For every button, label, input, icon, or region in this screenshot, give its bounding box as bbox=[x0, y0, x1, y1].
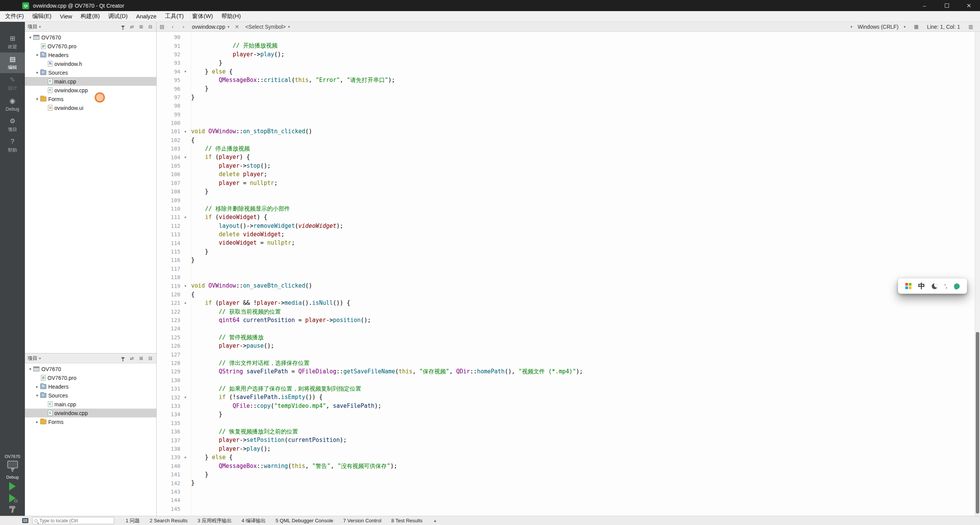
menu-item[interactable]: View bbox=[56, 11, 76, 21]
toggle-right-sidebar-icon[interactable]: ▥ bbox=[965, 24, 976, 29]
output-pane-expand-button[interactable]: ▴ bbox=[431, 518, 439, 523]
output-pane-button[interactable]: 3 应用程序输出 bbox=[195, 517, 235, 524]
output-pane-button[interactable]: 4 编译输出 bbox=[239, 517, 269, 524]
code-line[interactable]: player->pause(); bbox=[191, 342, 975, 350]
menu-item[interactable]: 工具(T) bbox=[161, 11, 188, 21]
menu-item[interactable]: Analyze bbox=[132, 11, 160, 21]
tree-item[interactable]: ▾Sources bbox=[25, 68, 156, 77]
close-document-icon[interactable]: ✕ bbox=[232, 24, 242, 30]
ime-skin-icon[interactable] bbox=[953, 282, 960, 289]
minimize-icon[interactable]: – bbox=[913, 0, 936, 11]
document-menu-icon[interactable]: ▤ bbox=[157, 22, 167, 31]
ime-punctuation-icon[interactable]: ’, bbox=[944, 283, 947, 289]
menu-item[interactable]: 构建(B) bbox=[76, 11, 104, 21]
tree-item[interactable]: ovwindow.h bbox=[25, 59, 156, 68]
code-line[interactable]: delete videoWidget; bbox=[191, 230, 975, 239]
code-line[interactable]: QFile::copy("tempVideo.mp4", saveFilePat… bbox=[191, 402, 975, 410]
fold-marker-icon[interactable]: ▾ bbox=[180, 129, 190, 134]
filter-icon[interactable] bbox=[119, 355, 126, 361]
code-line[interactable]: // 移除并删除视频显示的小部件 bbox=[191, 204, 975, 213]
menu-item[interactable]: 文件(F) bbox=[1, 11, 28, 21]
forward-icon[interactable]: › bbox=[178, 22, 189, 31]
code-line[interactable]: qint64 currentPosition = player->positio… bbox=[191, 316, 975, 324]
output-pane-button[interactable]: 2 Search Results bbox=[147, 518, 191, 523]
expander-icon[interactable]: ▸ bbox=[34, 420, 40, 424]
code-line[interactable]: // 弹出文件对话框，选择保存位置 bbox=[191, 359, 975, 367]
tree-item[interactable]: ▾Sources bbox=[25, 391, 156, 400]
code-line[interactable]: if (player && !player->media().isNull())… bbox=[191, 299, 975, 307]
code-line[interactable]: } bbox=[191, 187, 975, 196]
code-line[interactable]: // 暂停视频播放 bbox=[191, 333, 975, 342]
mode-debug[interactable]: ◉ Debug bbox=[0, 94, 25, 114]
symbol-selector[interactable]: <Select Symbol> ▾ bbox=[241, 24, 293, 30]
tree-item[interactable]: main.cpp bbox=[25, 400, 156, 409]
code-line[interactable] bbox=[191, 419, 975, 427]
tree-item[interactable]: OV7670.pro bbox=[25, 373, 156, 382]
code-line[interactable]: void OVWindow::on_stopBtn_clicked() bbox=[191, 127, 975, 136]
code-line[interactable]: } bbox=[191, 410, 975, 419]
expander-icon[interactable]: ▾ bbox=[34, 53, 40, 57]
code-line[interactable] bbox=[191, 119, 975, 127]
expander-icon[interactable]: ▾ bbox=[27, 367, 33, 371]
code-line[interactable]: // 如果用户选择了保存位置，则将视频复制到指定位置 bbox=[191, 384, 975, 393]
code-line[interactable]: } bbox=[191, 479, 975, 487]
fold-marker-icon[interactable]: ▾ bbox=[180, 455, 190, 460]
code-line[interactable]: if (!saveFilePath.isEmpty()) { bbox=[191, 393, 975, 401]
sync-with-editor-icon[interactable]: ⇄ bbox=[129, 355, 135, 361]
code-line[interactable]: } else { bbox=[191, 453, 975, 461]
code-line[interactable] bbox=[191, 496, 975, 504]
code-line[interactable]: } bbox=[191, 256, 975, 264]
ime-logo-icon[interactable] bbox=[905, 283, 911, 289]
fold-marker-icon[interactable]: ▾ bbox=[180, 301, 190, 305]
line-ending-select[interactable]: Windows (CRLF) bbox=[858, 24, 899, 30]
code-line[interactable]: } bbox=[191, 93, 975, 101]
code-line[interactable] bbox=[191, 110, 975, 119]
ime-language-toggle[interactable]: 中 bbox=[918, 281, 925, 291]
expander-icon[interactable]: ▾ bbox=[34, 70, 40, 75]
code-area[interactable]: // 开始播放视频 player->play(); } } else { QMe… bbox=[191, 32, 975, 516]
code-line[interactable]: { bbox=[191, 290, 975, 299]
code-line[interactable]: // 恢复视频播放到之前的位置 bbox=[191, 427, 975, 436]
filter-icon[interactable] bbox=[119, 23, 126, 30]
tree-item[interactable]: OV7670.pro bbox=[25, 42, 156, 51]
tree-item[interactable]: ovwindow.cpp bbox=[25, 409, 156, 417]
code-line[interactable]: delete player; bbox=[191, 170, 975, 178]
kit-selector[interactable]: ▾ bbox=[7, 461, 18, 473]
tree-item[interactable]: ▸Headers bbox=[25, 382, 156, 391]
fold-marker-icon[interactable]: ▾ bbox=[180, 155, 190, 159]
code-line[interactable]: } bbox=[191, 470, 975, 479]
fold-marker-icon[interactable]: ▾ bbox=[180, 69, 190, 74]
close-split-icon[interactable]: ⊟ bbox=[147, 23, 154, 30]
ime-fullwidth-icon[interactable] bbox=[932, 283, 937, 289]
output-pane-button[interactable]: 1 问题 bbox=[123, 517, 143, 524]
mode-projects[interactable]: ⚙ 项目 bbox=[0, 114, 25, 135]
code-line[interactable]: player->stop(); bbox=[191, 162, 975, 170]
tree-item[interactable]: ▾Headers bbox=[25, 51, 156, 59]
output-pane-button[interactable]: 5 QML Debugger Console bbox=[273, 518, 337, 523]
tree-item[interactable]: ovwindow.cpp bbox=[25, 86, 156, 95]
code-line[interactable]: player = nullptr; bbox=[191, 179, 975, 187]
code-line[interactable] bbox=[191, 487, 975, 496]
back-icon[interactable]: ‹ bbox=[167, 22, 178, 31]
code-editor[interactable]: 9091929394▾9596979899100101▾102103104▾10… bbox=[157, 32, 980, 516]
locator-input[interactable] bbox=[39, 518, 112, 523]
output-pane-button[interactable]: 8 Test Results bbox=[388, 518, 425, 523]
menu-item[interactable]: 帮助(H) bbox=[217, 11, 245, 21]
code-line[interactable]: player->setPosition(currentPosition); bbox=[191, 436, 975, 444]
run-button[interactable] bbox=[8, 481, 17, 491]
expander-icon[interactable]: ▾ bbox=[27, 35, 33, 39]
code-line[interactable]: } bbox=[191, 84, 975, 93]
split-icon[interactable]: ⊞ bbox=[138, 355, 144, 361]
tree-item[interactable]: ▸Forms bbox=[25, 417, 156, 426]
close-icon[interactable]: ✕ bbox=[958, 0, 980, 11]
code-line[interactable]: if (player) { bbox=[191, 153, 975, 161]
code-line[interactable] bbox=[191, 350, 975, 358]
code-line[interactable]: videoWidget = nullptr; bbox=[191, 239, 975, 247]
code-line[interactable] bbox=[191, 33, 975, 41]
tree-item[interactable]: ovwindow.ui bbox=[25, 103, 156, 112]
sync-with-editor-icon[interactable]: ⇄ bbox=[129, 23, 135, 30]
code-line[interactable] bbox=[191, 273, 975, 281]
debug-run-button[interactable] bbox=[8, 493, 17, 503]
code-line[interactable]: } else { bbox=[191, 67, 975, 76]
menu-item[interactable]: 窗体(W) bbox=[188, 11, 217, 21]
